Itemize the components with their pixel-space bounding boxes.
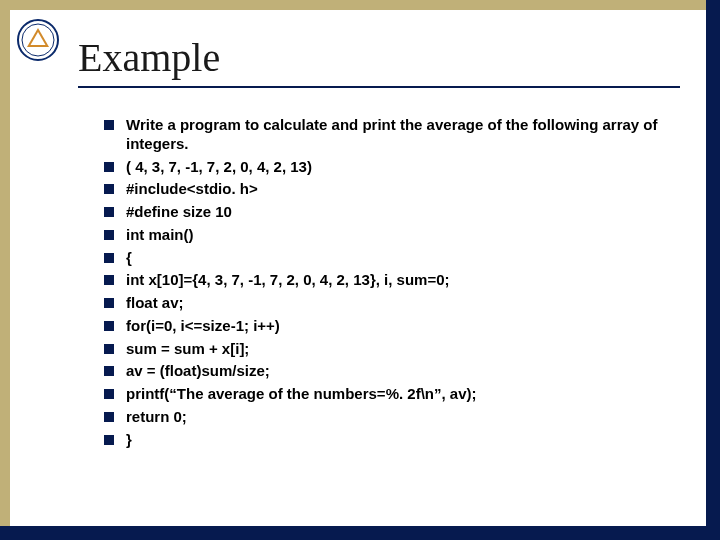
list-item-text: #define size 10 bbox=[126, 203, 232, 220]
logo-icon bbox=[16, 18, 60, 62]
list-item-text: int x[10]={4, 3, 7, -1, 7, 2, 0, 4, 2, 1… bbox=[126, 271, 450, 288]
list-item: { bbox=[104, 249, 690, 268]
slide: Example Write a program to calculate and… bbox=[0, 0, 720, 540]
list-item-text: ( 4, 3, 7, -1, 7, 2, 0, 4, 2, 13) bbox=[126, 158, 312, 175]
list-item: printf(“The average of the numbers=%. 2f… bbox=[104, 385, 690, 404]
list-item: int x[10]={4, 3, 7, -1, 7, 2, 0, 4, 2, 1… bbox=[104, 271, 690, 290]
list-item: float av; bbox=[104, 294, 690, 313]
list-item: #define size 10 bbox=[104, 203, 690, 222]
list-item-text: sum = sum + x[i]; bbox=[126, 340, 249, 357]
list-item-text: } bbox=[126, 431, 132, 448]
list-item: return 0; bbox=[104, 408, 690, 427]
bullet-list: Write a program to calculate and print t… bbox=[104, 116, 690, 453]
slide-title: Example bbox=[78, 34, 220, 81]
list-item: av = (float)sum/size; bbox=[104, 362, 690, 381]
title-underline bbox=[78, 86, 680, 88]
list-item: int main() bbox=[104, 226, 690, 245]
list-item-text: int main() bbox=[126, 226, 194, 243]
list-item-text: { bbox=[126, 249, 132, 266]
list-item: #include<stdio. h> bbox=[104, 180, 690, 199]
accent-bar-right bbox=[706, 0, 720, 540]
list-item-text: av = (float)sum/size; bbox=[126, 362, 270, 379]
list-item-text: Write a program to calculate and print t… bbox=[126, 116, 658, 152]
list-item-text: #include<stdio. h> bbox=[126, 180, 258, 197]
list-item-text: float av; bbox=[126, 294, 184, 311]
accent-bar-left bbox=[0, 0, 10, 540]
list-item: } bbox=[104, 431, 690, 450]
list-item: sum = sum + x[i]; bbox=[104, 340, 690, 359]
accent-bar-top bbox=[0, 0, 720, 10]
list-item: ( 4, 3, 7, -1, 7, 2, 0, 4, 2, 13) bbox=[104, 158, 690, 177]
list-item-text: printf(“The average of the numbers=%. 2f… bbox=[126, 385, 476, 402]
list-item: for(i=0, i<=size-1; i++) bbox=[104, 317, 690, 336]
list-item: Write a program to calculate and print t… bbox=[104, 116, 690, 154]
list-item-text: for(i=0, i<=size-1; i++) bbox=[126, 317, 280, 334]
accent-bar-bottom bbox=[0, 526, 720, 540]
list-item-text: return 0; bbox=[126, 408, 187, 425]
